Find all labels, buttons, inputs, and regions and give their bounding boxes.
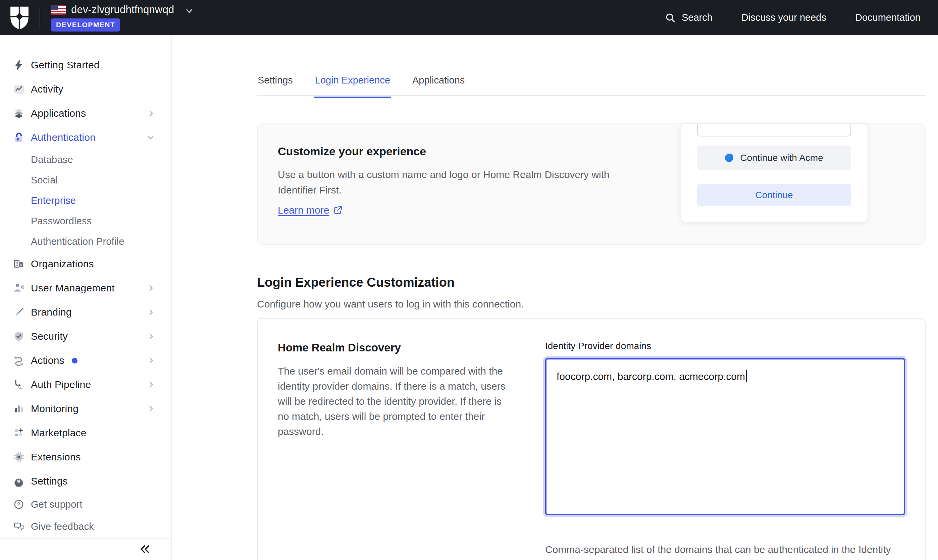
help-circle-icon: ? [14,499,31,510]
documentation-link[interactable]: Documentation [855,12,921,23]
unlocked-padlock-icon [14,132,31,143]
identity-provider-domains-value: foocorp.com, barcorp.com, acmecorp.com [556,371,745,382]
sidebar-item-applications[interactable]: Applications [0,101,171,125]
sidebar-item-passwordless[interactable]: Passwordless [0,211,171,231]
chevron-right-icon [147,110,155,117]
actions-notification-dot [72,358,77,363]
section-title: Login Experience Customization [257,275,454,290]
gear-icon [14,476,31,486]
identity-provider-domains-helper: Comma-separated list of the domains that… [545,542,904,560]
sidebar-item-getting-started[interactable]: Getting Started [0,53,171,77]
sidebar-item-marketplace[interactable]: Marketplace [0,421,171,445]
feedback-chat-icon [14,521,31,532]
lightning-icon [14,60,31,71]
acme-logo-icon [725,154,733,162]
external-link-icon [333,206,342,215]
customize-card-title: Customize your experience [278,145,426,158]
sidebar-footer [0,538,171,560]
topbar-divider [40,7,40,29]
customize-card-description: Use a button with a custom name and logo… [278,167,637,198]
discuss-your-needs-link[interactable]: Discuss your needs [741,12,826,23]
chevron-right-icon [147,333,155,340]
identity-provider-domains-label: Identity Provider domains [545,341,651,351]
tab-bar: Settings Login Experience Applications [257,68,465,98]
activity-chart-icon [14,84,31,95]
main-content: Settings Login Experience Applications C… [172,35,938,560]
section-subtitle: Configure how you want users to log in w… [257,298,524,310]
sidebar-item-user-management[interactable]: User Management [0,276,171,300]
sidebar-item-extensions[interactable]: Extensions [0,445,171,469]
organizations-building-icon [14,258,31,269]
hrd-title: Home Realm Discovery [278,342,401,354]
sidebar-item-social[interactable]: Social [0,170,171,191]
sidebar-item-organizations[interactable]: Organizations [0,252,171,276]
pipeline-arrows-icon [14,379,31,390]
actions-flow-icon [14,355,31,366]
sidebar-item-give-feedback[interactable]: Give feedback [0,515,171,537]
preview-continue-with-acme-button: Continue with Acme [697,146,851,170]
customize-experience-card: Customize your experience Use a button w… [257,123,926,245]
sidebar-item-branding[interactable]: Branding [0,300,171,324]
auth0-logo[interactable] [9,6,30,30]
user-gear-icon [14,283,31,294]
search-icon [665,12,676,23]
text-cursor [746,370,747,382]
tab-settings[interactable]: Settings [257,68,294,98]
identity-provider-domains-input[interactable]: foocorp.com, barcorp.com, acmecorp.com [545,358,905,515]
preview-continue-button: Continue [697,184,851,206]
environment-badge: DEVELOPMENT [51,18,120,32]
sidebar-item-actions[interactable]: Actions [0,348,171,372]
chevron-right-icon [147,405,155,412]
sidebar: Getting Started Activity Applications Au… [0,35,172,560]
chip-icon [14,452,31,462]
chevron-right-icon [147,357,155,364]
chevron-down-icon [146,134,155,142]
tab-applications[interactable]: Applications [412,68,465,98]
sidebar-item-database[interactable]: Database [0,149,171,170]
shield-check-icon [14,331,31,342]
double-chevron-left-icon [139,544,151,555]
top-bar: dev-zlvgrudhtfnqnwqd DEVELOPMENT Search … [0,0,938,35]
preview-identifier-input [697,124,851,137]
search-button[interactable]: Search [665,12,713,23]
sidebar-item-settings[interactable]: Settings [0,469,171,493]
tab-login-experience[interactable]: Login Experience [314,68,391,98]
learn-more-link[interactable]: Learn more [278,205,342,216]
tenant-switcher[interactable]: dev-zlvgrudhtfnqnwqd DEVELOPMENT [51,4,194,32]
sidebar-item-authentication-profile[interactable]: Authentication Profile [0,231,171,252]
tenant-name: dev-zlvgrudhtfnqnwqd [71,4,174,16]
sidebar-item-monitoring[interactable]: Monitoring [0,397,171,421]
chevron-right-icon [147,285,155,292]
collapse-sidebar-button[interactable] [137,541,154,557]
tab-bar-rule [257,95,926,96]
hrd-description: The user's email domain will be compared… [278,363,511,439]
paintbrush-icon [14,307,31,318]
bar-chart-icon [14,403,31,414]
chevron-right-icon [147,309,155,316]
us-flag-icon [51,5,66,15]
sidebar-item-get-support[interactable]: ? Get support [0,493,171,515]
chevron-down-icon [184,8,194,15]
sidebar-item-auth-pipeline[interactable]: Auth Pipeline [0,372,171,397]
svg-text:?: ? [17,502,20,507]
login-preview-panel: Continue with Acme Continue [681,124,867,222]
search-label: Search [682,12,713,23]
chevron-right-icon [147,381,155,388]
home-realm-discovery-card: Home Realm Discovery The user's email do… [257,318,926,560]
layers-icon [14,108,31,119]
auth0-shield-icon [9,6,30,30]
sidebar-item-activity[interactable]: Activity [0,77,171,101]
sidebar-item-authentication[interactable]: Authentication [0,125,171,149]
marketplace-grid-plus-icon [14,428,31,438]
sidebar-item-security[interactable]: Security [0,324,171,348]
sidebar-item-enterprise[interactable]: Enterprise [0,191,171,211]
